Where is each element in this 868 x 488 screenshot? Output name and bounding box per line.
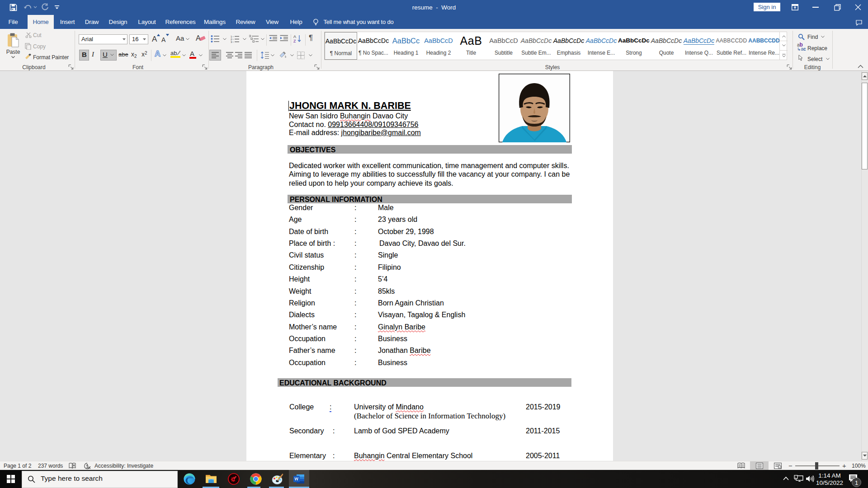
svg-text:Z: Z [293, 39, 296, 43]
svg-text:3: 3 [231, 41, 232, 43]
svg-text:A: A [293, 34, 296, 39]
